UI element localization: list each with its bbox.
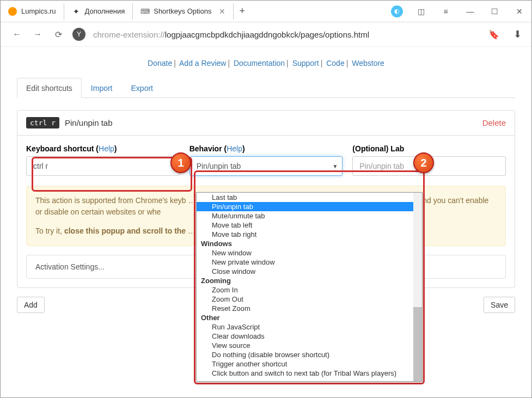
behavior-label: Behavior (Help) — [189, 144, 343, 153]
tabs-nav: Edit shortcuts Import Export — [17, 77, 515, 98]
reload-button[interactable]: ⟳ — [52, 29, 65, 40]
bookmark-icon[interactable]: 🔖 — [488, 29, 499, 40]
dropdown-item[interactable]: New private window — [197, 258, 422, 267]
delete-link[interactable]: Delete — [482, 118, 506, 127]
dropdown-item[interactable]: Move tab left — [197, 221, 422, 230]
dropdown-group: Windows — [197, 239, 422, 248]
close-icon[interactable]: ✕ — [219, 7, 225, 16]
assistant-icon[interactable]: ◐ — [384, 1, 409, 22]
dropdown-item[interactable]: New window — [197, 248, 422, 258]
shortcut-label: Keyboard shortcut (Help) — [26, 144, 180, 153]
annotation-badge-1: 1 — [170, 152, 191, 173]
shortcut-input[interactable] — [26, 156, 180, 176]
url-text[interactable]: chrome-extension://logpjaacgmcbpdkdchjia… — [93, 30, 481, 39]
add-button[interactable]: Add — [17, 297, 45, 313]
close-button[interactable]: ✕ — [507, 1, 531, 22]
behavior-select[interactable]: Pin/unpin tab ▼ — [189, 156, 343, 176]
panel-title: Pin/unpin tab — [65, 118, 113, 127]
dropdown-item[interactable]: Last tab — [197, 193, 422, 202]
tab-label: Shortkeys Options — [154, 7, 211, 15]
puzzle-icon: ✦ — [72, 7, 81, 16]
back-button[interactable]: ← — [10, 29, 23, 39]
new-tab-button[interactable]: + — [234, 5, 250, 17]
link-review[interactable]: Add a Review — [179, 59, 226, 68]
top-links: Donate| Add a Review| Documentation| Sup… — [17, 54, 515, 77]
dropdown-item[interactable]: Zoom Out — [197, 295, 422, 304]
tab-label: Дополнения — [85, 7, 125, 15]
browser-titlebar: Lumpics.ru ✦ Дополнения ⌨ Shortkeys Opti… — [1, 1, 531, 22]
dropdown-item[interactable]: Reset Zoom — [197, 304, 422, 313]
chevron-down-icon: ▼ — [332, 163, 338, 169]
dropdown-item[interactable]: Zoom In — [197, 285, 422, 295]
dropdown-item[interactable]: Pin/unpin tab — [197, 202, 422, 211]
tab-export[interactable]: Export — [122, 78, 162, 98]
link-code[interactable]: Code — [326, 59, 344, 68]
dropdown-group: Other — [197, 313, 422, 322]
scrollbar-thumb[interactable] — [413, 307, 422, 382]
menu-icon[interactable]: ≡ — [433, 1, 458, 22]
dropdown-item[interactable]: Mute/unmute tab — [197, 211, 422, 221]
dropdown-item[interactable]: Clear downloads — [197, 332, 422, 341]
forward-button[interactable]: → — [31, 29, 44, 39]
minimize-button[interactable]: — — [458, 1, 482, 22]
browser-tab-1[interactable]: ✦ Дополнения — [64, 3, 133, 20]
help-link[interactable]: Help — [99, 144, 114, 153]
dropdown-item[interactable]: Trigger another shortcut — [197, 359, 422, 369]
shield-icon[interactable]: Y — [72, 28, 85, 41]
dropdown-item[interactable]: Move tab right — [197, 230, 422, 239]
sidebar-icon[interactable]: ◫ — [409, 1, 433, 22]
link-docs[interactable]: Documentation — [234, 59, 285, 68]
annotation-badge-2: 2 — [413, 152, 434, 173]
behavior-dropdown[interactable]: Last tabPin/unpin tabMute/unmute tabMove… — [196, 192, 423, 382]
dropdown-group: Zooming — [197, 276, 422, 285]
panel-header: ctrl r Pin/unpin tab Delete — [17, 111, 515, 136]
dropdown-item[interactable]: Run JavaScript — [197, 322, 422, 332]
dropdown-item[interactable]: Do nothing (disable browser shortcut) — [197, 350, 422, 359]
browser-tab-0[interactable]: Lumpics.ru — [1, 3, 64, 20]
link-webstore[interactable]: Webstore — [352, 59, 384, 68]
dropdown-item[interactable]: Close window — [197, 267, 422, 276]
link-support[interactable]: Support — [292, 59, 319, 68]
tab-import[interactable]: Import — [82, 78, 122, 98]
maximize-button[interactable]: ☐ — [482, 1, 507, 22]
download-icon[interactable]: ⬇ — [513, 28, 522, 40]
link-donate[interactable]: Donate — [148, 59, 172, 68]
tab-label: Lumpics.ru — [21, 7, 56, 15]
favicon-orange — [8, 7, 17, 16]
kbd-badge: ctrl r — [26, 117, 59, 128]
url-bar: ← → ⟳ Y chrome-extension://logpjaacgmcbp… — [1, 22, 531, 47]
save-button[interactable]: Save — [484, 297, 515, 313]
browser-tab-2[interactable]: ⌨ Shortkeys Options ✕ — [133, 3, 234, 20]
keyboard-icon: ⌨ — [140, 7, 149, 16]
dropdown-item[interactable]: Click button and switch to next tab (for… — [197, 369, 422, 378]
optional-label: (Optional) Lab — [352, 144, 506, 153]
dropdown-item[interactable]: View source — [197, 341, 422, 350]
help-link[interactable]: Help — [227, 144, 242, 153]
tab-edit-shortcuts[interactable]: Edit shortcuts — [17, 78, 82, 98]
